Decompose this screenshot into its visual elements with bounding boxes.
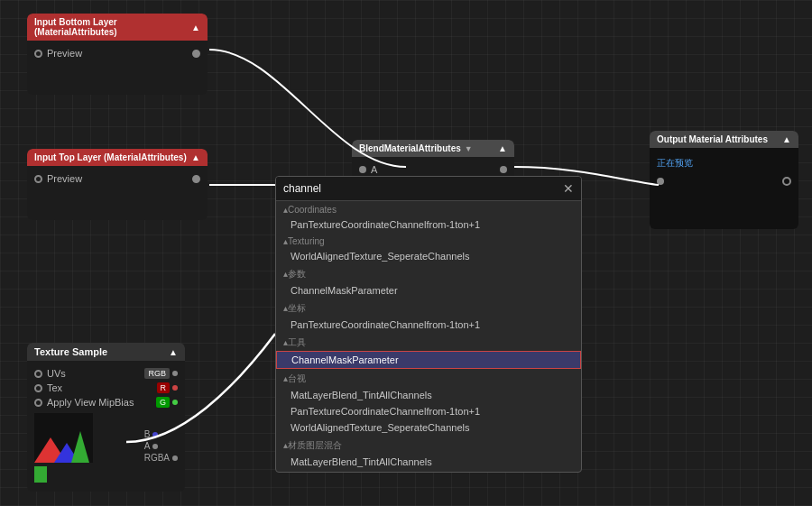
node-input-top-body: Preview bbox=[27, 166, 208, 220]
b-pin bbox=[152, 432, 158, 437]
category-coordinates-zh: ▴坐标 bbox=[276, 299, 581, 317]
a-label: A bbox=[144, 441, 151, 451]
preview-pin-right bbox=[192, 50, 200, 58]
b-pin-row: B bbox=[144, 429, 178, 439]
output-pin-right bbox=[782, 177, 791, 186]
tex-pin bbox=[34, 384, 42, 392]
blend-a-pin-right bbox=[500, 166, 507, 173]
texture-bottom-indicator bbox=[34, 466, 47, 483]
top-preview-pin-right bbox=[192, 175, 200, 183]
result-matlayer-blend-1[interactable]: MatLayerBlend_TintAllChannels bbox=[276, 387, 581, 403]
node-input-bottom-preview-row: Preview bbox=[27, 46, 208, 60]
node-texture-header[interactable]: Texture Sample ▲ bbox=[27, 343, 185, 361]
node-input-bottom-body: Preview bbox=[27, 41, 208, 95]
node-texture-body: UVs RGB Tex R Apply View MipBias G bbox=[27, 361, 185, 492]
search-input[interactable] bbox=[276, 177, 556, 200]
node-output-collapse[interactable]: ▲ bbox=[782, 134, 791, 144]
search-results: ▴Coordinates PanTextureCoordinateChannel… bbox=[276, 201, 581, 472]
texture-tex-row: Tex R bbox=[27, 381, 185, 395]
uvs-badge: RGB bbox=[144, 368, 170, 379]
node-input-top-header[interactable]: Input Top Layer (MaterialAttributes) ▲ bbox=[27, 149, 208, 166]
result-pan-texture-coordinates-zh[interactable]: PanTextureCoordinateChannelfrom-1ton+1 bbox=[276, 317, 581, 333]
node-input-top-title: Input Top Layer (MaterialAttributes) bbox=[34, 152, 187, 162]
output-pin-row bbox=[650, 173, 798, 189]
a-pin-row: A bbox=[144, 441, 178, 451]
blend-a-row: A bbox=[352, 162, 514, 177]
node-input-top-preview-image bbox=[27, 186, 208, 213]
a-pin bbox=[152, 444, 158, 449]
mip-label: Apply View MipBias bbox=[47, 397, 134, 408]
node-output-header[interactable]: Output Material Attributes ▲ bbox=[650, 131, 798, 148]
tex-out-pin bbox=[172, 385, 178, 391]
node-texture-sample: Texture Sample ▲ UVs RGB Tex R Apply Vie… bbox=[27, 343, 185, 492]
mip-out-pin bbox=[172, 400, 178, 405]
output-preview-text: 正在预览 bbox=[650, 153, 798, 173]
category-texture-zh: ▴纹理 bbox=[276, 470, 581, 472]
node-input-top-layer: Input Top Layer (MaterialAttributes) ▲ P… bbox=[27, 149, 208, 220]
uvs-pin bbox=[34, 370, 42, 378]
preview-pin-left bbox=[34, 50, 42, 58]
result-matlayer-blend-2[interactable]: MatLayerBlend_TintAllChannels bbox=[276, 454, 581, 470]
top-preview-pin-left bbox=[34, 175, 42, 183]
result-channel-mask-param-highlighted[interactable]: ChannelMaskParameter bbox=[276, 351, 581, 369]
tex-label: Tex bbox=[47, 382, 62, 393]
rgba-label: RGBA bbox=[144, 453, 170, 463]
node-input-bottom-collapse[interactable]: ▲ bbox=[191, 23, 200, 32]
top-preview-label: Preview bbox=[47, 173, 82, 184]
node-output-title: Output Material Attributes bbox=[657, 134, 768, 144]
rgba-pin bbox=[172, 455, 178, 461]
search-input-row: ✕ bbox=[276, 177, 581, 201]
node-blend-collapse[interactable]: ▲ bbox=[498, 143, 507, 153]
result-pan-texture-coordinates[interactable]: PanTextureCoordinateChannelfrom-1ton+1 bbox=[276, 216, 581, 233]
texture-mip-row: Apply View MipBias G bbox=[27, 395, 185, 409]
search-dropdown: ✕ ▴Coordinates PanTextureCoordinateChann… bbox=[275, 176, 582, 473]
blend-a-pin-left bbox=[359, 166, 366, 173]
search-close-button[interactable]: ✕ bbox=[556, 178, 581, 199]
category-material-blend: ▴材质图层混合 bbox=[276, 436, 581, 454]
tri-green-icon bbox=[71, 431, 89, 463]
b-label: B bbox=[144, 429, 151, 439]
texture-image-area: B A RGBA bbox=[27, 409, 185, 466]
node-output-body: 正在预览 bbox=[650, 148, 798, 229]
result-pan-texture-tai[interactable]: PanTextureCoordinateChannelfrom-1ton+1 bbox=[276, 403, 581, 419]
node-input-bottom-header[interactable]: Input Bottom Layer (MaterialAttributes) … bbox=[27, 14, 208, 41]
texture-uvs-row: UVs RGB bbox=[27, 366, 185, 381]
node-input-top-preview-row: Preview bbox=[27, 171, 208, 186]
category-tools: ▴工具 bbox=[276, 333, 581, 351]
category-params: ▴参数 bbox=[276, 264, 581, 282]
rgba-pin-row: RGBA bbox=[144, 453, 178, 463]
node-input-bottom-preview-image bbox=[27, 60, 208, 87]
blend-a-label: A bbox=[371, 164, 377, 175]
node-input-bottom-layer: Input Bottom Layer (MaterialAttributes) … bbox=[27, 14, 208, 95]
result-channel-mask-param-1[interactable]: ChannelMaskParameter bbox=[276, 282, 581, 299]
category-texturing: ▴Texturing bbox=[276, 233, 581, 248]
output-pin-left bbox=[657, 178, 664, 185]
category-coordinates: ▴Coordinates bbox=[276, 201, 581, 216]
result-world-aligned-texturing[interactable]: WorldAlignedTexture_SeperateChannels bbox=[276, 248, 581, 264]
node-input-bottom-title: Input Bottom Layer (MaterialAttributes) bbox=[34, 17, 191, 37]
node-input-top-collapse[interactable]: ▲ bbox=[191, 152, 200, 162]
tex-badge: R bbox=[157, 382, 171, 393]
node-blend-title: BlendMaterialAttributes bbox=[359, 143, 461, 153]
result-world-aligned-tai[interactable]: WorldAlignedTexture_SeperateChannels bbox=[276, 419, 581, 436]
uvs-label: UVs bbox=[47, 368, 66, 379]
category-tai-shi: ▴台视 bbox=[276, 369, 581, 387]
preview-label: Preview bbox=[47, 48, 82, 59]
texture-preview bbox=[34, 413, 93, 463]
texture-output-pins: B A RGBA bbox=[144, 429, 178, 463]
node-texture-collapse[interactable]: ▲ bbox=[169, 347, 178, 357]
mip-badge: G bbox=[156, 397, 170, 408]
blend-arrow-icon: ▼ bbox=[465, 144, 473, 153]
node-output-material: Output Material Attributes ▲ 正在预览 bbox=[650, 131, 798, 229]
mip-pin bbox=[34, 399, 42, 407]
node-blend-header[interactable]: BlendMaterialAttributes ▼ ▲ bbox=[352, 140, 514, 157]
uvs-out-pin bbox=[172, 371, 178, 376]
node-texture-title: Texture Sample bbox=[34, 346, 107, 357]
